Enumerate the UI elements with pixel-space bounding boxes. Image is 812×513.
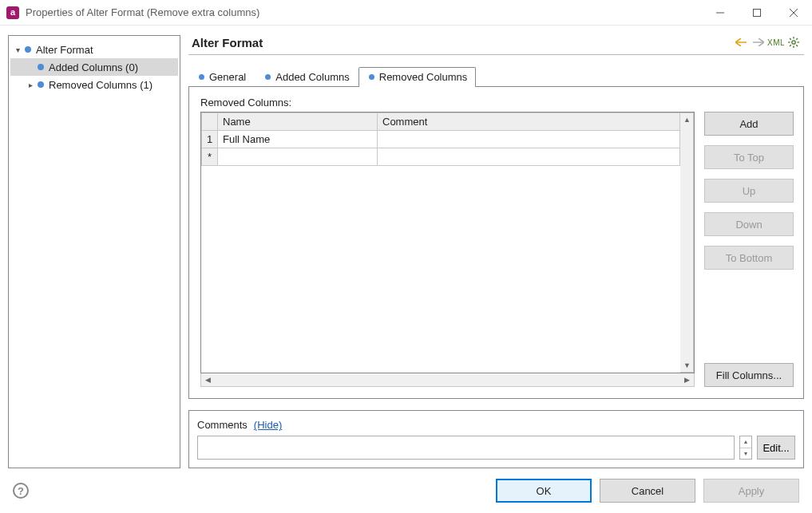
tree-item-added-columns[interactable]: ▸ Added Columns (0): [10, 58, 178, 76]
maximize-button[interactable]: [739, 0, 775, 26]
chevron-down-icon[interactable]: ▾: [12, 45, 23, 54]
page-header: Alter Format XML: [188, 35, 804, 55]
comments-spinner[interactable]: ▲ ▼: [739, 436, 752, 460]
gear-icon[interactable]: [786, 35, 801, 49]
tree-label: Removed Columns (1): [49, 79, 152, 91]
svg-line-9: [790, 38, 791, 40]
up-button[interactable]: Up: [704, 179, 794, 203]
apply-button[interactable]: Apply: [703, 479, 799, 503]
tab-general[interactable]: General: [188, 67, 255, 87]
vertical-scrollbar[interactable]: ▲ ▼: [680, 112, 694, 373]
column-header-name[interactable]: Name: [218, 113, 378, 131]
help-icon[interactable]: ?: [13, 483, 29, 499]
comments-section: Comments (Hide) ▲ ▼ Edit...: [188, 410, 804, 468]
tab-removed-columns[interactable]: Removed Columns: [358, 67, 477, 87]
nav-back-icon[interactable]: [734, 35, 748, 49]
cancel-button[interactable]: Cancel: [600, 479, 695, 503]
tab-label: Removed Columns: [379, 71, 468, 83]
bullet-icon: [199, 74, 204, 80]
xml-icon[interactable]: XML: [769, 35, 783, 49]
svg-rect-1: [754, 9, 761, 16]
close-button[interactable]: [775, 0, 812, 26]
table-row[interactable]: 1 Full Name: [202, 131, 680, 148]
comments-edit-button[interactable]: Edit...: [757, 436, 795, 460]
spin-down-icon[interactable]: ▼: [740, 448, 751, 460]
tab-added-columns[interactable]: Added Columns: [255, 67, 358, 87]
bullet-icon: [38, 81, 44, 88]
cell-name[interactable]: Full Name: [218, 131, 378, 148]
tree-root-alter-format[interactable]: ▾ Alter Format: [10, 41, 178, 58]
titlebar: a Properties of Alter Format (Remove ext…: [0, 0, 812, 26]
scroll-down-icon[interactable]: ▼: [680, 359, 694, 372]
page-title: Alter Format: [192, 36, 263, 49]
comments-label: Comments: [197, 419, 248, 431]
tree-item-removed-columns[interactable]: ▸ Removed Columns (1): [10, 76, 178, 93]
scroll-up-icon[interactable]: ▲: [680, 113, 694, 126]
tab-label: General: [209, 71, 246, 83]
svg-line-10: [796, 45, 798, 46]
bullet-icon: [25, 46, 31, 53]
cell-comment[interactable]: [378, 148, 680, 166]
nav-forward-icon[interactable]: [751, 35, 766, 49]
column-header-comment[interactable]: Comment: [378, 113, 680, 131]
dialog-footer: ? OK Cancel Apply: [0, 468, 812, 513]
svg-point-4: [792, 41, 795, 44]
grid-button-column: Add To Top Up Down To Bottom Fill Column…: [704, 112, 794, 387]
app-icon: a: [6, 6, 19, 19]
tab-bar: General Added Columns Removed Columns: [188, 66, 804, 86]
to-bottom-button[interactable]: To Bottom: [704, 246, 794, 270]
cell-name[interactable]: [218, 148, 378, 166]
tree-label: Added Columns (0): [49, 61, 138, 73]
scroll-left-icon[interactable]: ◀: [201, 373, 215, 386]
removed-columns-grid[interactable]: Name Comment 1 Full Name: [200, 112, 695, 373]
fill-columns-button[interactable]: Fill Columns...: [704, 363, 794, 387]
section-label: Removed Columns:: [200, 97, 794, 109]
comments-hide-link[interactable]: (Hide): [254, 419, 282, 431]
bullet-icon: [369, 74, 374, 80]
tabpanel-removed-columns: Removed Columns: Name Comment: [188, 86, 804, 399]
tab-label: Added Columns: [275, 71, 350, 83]
chevron-right-icon[interactable]: ▸: [25, 81, 36, 89]
bullet-icon: [265, 74, 271, 80]
svg-line-12: [790, 45, 791, 46]
ok-button[interactable]: OK: [496, 479, 592, 503]
horizontal-scrollbar[interactable]: ◀ ▶: [200, 373, 695, 387]
tree-label: Alter Format: [36, 44, 93, 56]
add-button[interactable]: Add: [704, 112, 794, 136]
bullet-icon: [38, 64, 44, 70]
cell-comment[interactable]: [378, 131, 680, 148]
spin-up-icon[interactable]: ▲: [740, 436, 751, 448]
row-index: 1: [202, 131, 218, 148]
to-top-button[interactable]: To Top: [704, 145, 794, 169]
row-index: *: [202, 148, 218, 166]
navigator-tree[interactable]: ▾ Alter Format ▸ Added Columns (0) ▸ Rem…: [8, 35, 180, 468]
column-header-rownum[interactable]: [202, 113, 218, 131]
scroll-right-icon[interactable]: ▶: [680, 373, 694, 386]
window-title: Properties of Alter Format (Remove extra…: [26, 6, 259, 18]
comments-textarea[interactable]: [197, 436, 735, 460]
table-row-new[interactable]: *: [202, 148, 680, 166]
down-button[interactable]: Down: [704, 212, 794, 236]
svg-line-11: [796, 38, 798, 40]
minimize-button[interactable]: [702, 0, 739, 26]
